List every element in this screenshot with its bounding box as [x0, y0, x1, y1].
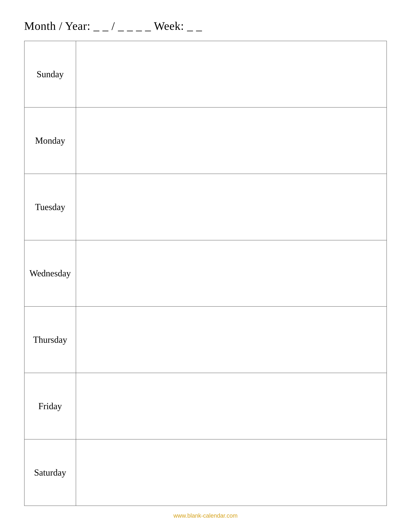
day-label-cell: Tuesday: [24, 174, 76, 240]
calendar-row: Saturday: [24, 439, 387, 506]
calendar-row: Thursday: [24, 306, 387, 373]
calendar-row: Sunday: [24, 41, 387, 107]
day-content-cell[interactable]: [76, 107, 387, 174]
calendar-row: Wednesday: [24, 240, 387, 307]
calendar-row: Friday: [24, 373, 387, 439]
day-content-cell[interactable]: [76, 306, 387, 373]
calendar-row: Tuesday: [24, 174, 387, 240]
header-text: Month / Year: _ _ / _ _ _ _ Week: _ _: [24, 19, 202, 32]
calendar-row: Monday: [24, 107, 387, 174]
day-label-cell: Thursday: [24, 306, 76, 373]
day-content-cell[interactable]: [76, 373, 387, 439]
page-header: Month / Year: _ _ / _ _ _ _ Week: _ _: [24, 19, 387, 33]
page-content: Month / Year: _ _ / _ _ _ _ Week: _ _ Su…: [24, 19, 387, 519]
day-label-cell: Saturday: [24, 439, 76, 506]
day-content-cell[interactable]: [76, 439, 387, 506]
day-content-cell[interactable]: [76, 174, 387, 240]
day-content-cell[interactable]: [76, 240, 387, 307]
calendar-table: SundayMondayTuesdayWednesdayThursdayFrid…: [24, 41, 387, 506]
day-label-cell: Wednesday: [24, 240, 76, 307]
day-content-cell[interactable]: [76, 41, 387, 107]
day-label-cell: Friday: [24, 373, 76, 439]
footer-link[interactable]: www.blank-calendar.com: [173, 512, 238, 519]
footer[interactable]: www.blank-calendar.com: [24, 512, 387, 519]
day-label-cell: Sunday: [24, 41, 76, 107]
day-label-cell: Monday: [24, 107, 76, 174]
